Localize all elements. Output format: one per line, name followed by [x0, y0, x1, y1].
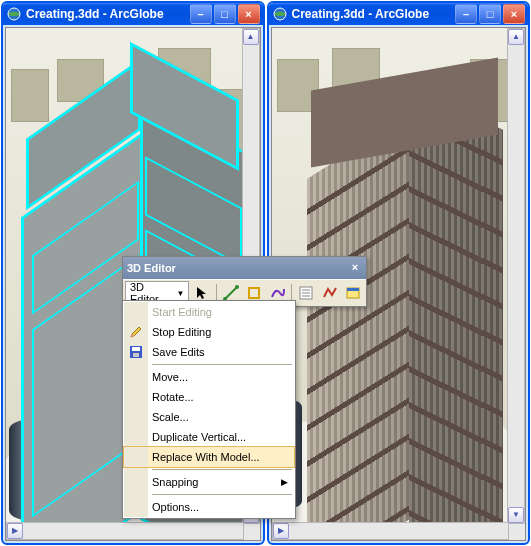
menu-item-label: Move...: [152, 371, 294, 383]
titlebar[interactable]: Creating.3dd - ArcGlobe – □ ×: [269, 3, 529, 25]
submenu-arrow-icon: ▶: [281, 477, 288, 487]
blank: [124, 427, 148, 447]
sketch-properties-icon[interactable]: [319, 282, 341, 304]
menu-item-label: Stop Editing: [152, 326, 294, 338]
blank: [124, 447, 148, 467]
titlebar[interactable]: Creating.3dd - ArcGlobe – □ ×: [3, 3, 263, 25]
blank: [124, 302, 148, 322]
menu-item-save[interactable]: Save Edits: [124, 342, 294, 362]
svg-rect-7: [249, 288, 259, 298]
arcglobe-app-icon: [6, 6, 22, 22]
menu-separator: [152, 494, 292, 495]
blank: [124, 407, 148, 427]
menu-item-label: Snapping: [152, 476, 294, 488]
menu-item-dupv[interactable]: Duplicate Vertical...: [124, 427, 294, 447]
menu-item-options[interactable]: Options...: [124, 497, 294, 517]
close-icon[interactable]: ×: [348, 261, 362, 275]
menu-item-label: Save Edits: [152, 346, 294, 358]
menu-item-label: Options...: [152, 501, 294, 513]
blank: [124, 472, 148, 492]
svg-rect-13: [347, 288, 359, 291]
blank: [124, 497, 148, 517]
blank: [124, 387, 148, 407]
svg-rect-15: [132, 347, 140, 351]
3d-editor-menu: Start EditingStop EditingSave EditsMove.…: [122, 300, 296, 519]
window-title: Creating.3dd - ArcGlobe: [292, 7, 456, 21]
menu-item-label: Rotate...: [152, 391, 294, 403]
close-button[interactable]: ×: [238, 4, 260, 24]
arcglobe-app-icon: [272, 6, 288, 22]
attributes-icon[interactable]: [295, 282, 317, 304]
menu-item-label: Start Editing: [152, 306, 294, 318]
minimize-button[interactable]: –: [455, 4, 477, 24]
pencil-icon: [124, 322, 148, 342]
3d-editor-title: 3D Editor: [127, 262, 348, 274]
maximize-button[interactable]: □: [214, 4, 236, 24]
menu-separator: [152, 364, 292, 365]
save-icon: [124, 342, 148, 362]
svg-point-6: [235, 285, 239, 289]
menu-item-label: Duplicate Vertical...: [152, 431, 294, 443]
svg-line-4: [225, 287, 237, 299]
close-button[interactable]: ×: [503, 4, 525, 24]
menu-item-replace[interactable]: Replace With Model...: [124, 447, 294, 467]
menu-item-start: Start Editing: [124, 302, 294, 322]
menu-item-rotate[interactable]: Rotate...: [124, 387, 294, 407]
menu-item-snapping[interactable]: Snapping▶: [124, 472, 294, 492]
window-title: Creating.3dd - ArcGlobe: [26, 7, 190, 21]
menu-separator: [152, 469, 292, 470]
snapping-window-icon[interactable]: [342, 282, 364, 304]
maximize-button[interactable]: □: [479, 4, 501, 24]
svg-rect-16: [133, 353, 139, 357]
blank: [124, 367, 148, 387]
chevron-down-icon: ▼: [177, 289, 185, 298]
menu-item-label: Replace With Model...: [152, 451, 294, 463]
viewport-scrollbar-horizontal[interactable]: ◀▶: [272, 522, 510, 540]
menu-item-move[interactable]: Move...: [124, 367, 294, 387]
menu-item-scale[interactable]: Scale...: [124, 407, 294, 427]
3d-editor-titlebar[interactable]: 3D Editor ×: [123, 257, 366, 279]
menu-item-label: Scale...: [152, 411, 294, 423]
menu-item-stop[interactable]: Stop Editing: [124, 322, 294, 342]
minimize-button[interactable]: –: [190, 4, 212, 24]
viewport-scrollbar-vertical[interactable]: ▲▼: [507, 28, 525, 524]
viewport-scrollbar-horizontal[interactable]: ◀▶: [6, 522, 244, 540]
